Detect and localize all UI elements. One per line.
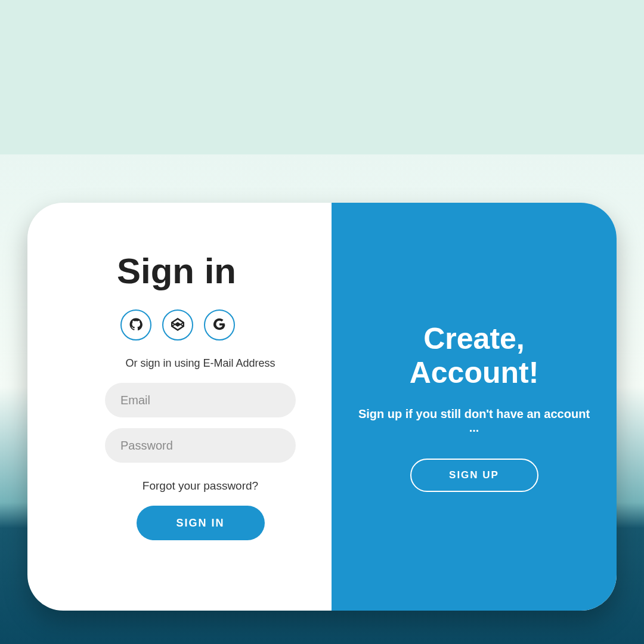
github-login-button[interactable] [120, 309, 151, 340]
signin-title: Sign in [117, 250, 236, 292]
github-icon [129, 318, 143, 333]
signup-button[interactable]: SIGN UP [410, 459, 538, 492]
signup-panel: Create, Account! Sign up if you still do… [332, 203, 617, 611]
signup-title: Create, Account! [355, 322, 593, 391]
codepen-login-button[interactable] [162, 309, 193, 340]
google-icon [213, 318, 226, 333]
google-login-button[interactable] [204, 309, 235, 340]
or-divider-text: Or sign in using E-Mail Address [125, 357, 275, 370]
auth-card: Sign in Or sign in using E-Mail Address [27, 203, 617, 611]
social-login-row [120, 309, 235, 340]
signin-panel: Sign in Or sign in using E-Mail Address [27, 203, 332, 611]
forgot-password-link[interactable]: Forgot your password? [143, 479, 258, 493]
password-field[interactable] [105, 428, 296, 463]
signup-subtitle: Sign up if you still don't have an accou… [355, 407, 593, 435]
codepen-icon [171, 318, 184, 333]
email-field[interactable] [105, 383, 296, 417]
signin-button[interactable]: SIGN IN [137, 506, 265, 540]
